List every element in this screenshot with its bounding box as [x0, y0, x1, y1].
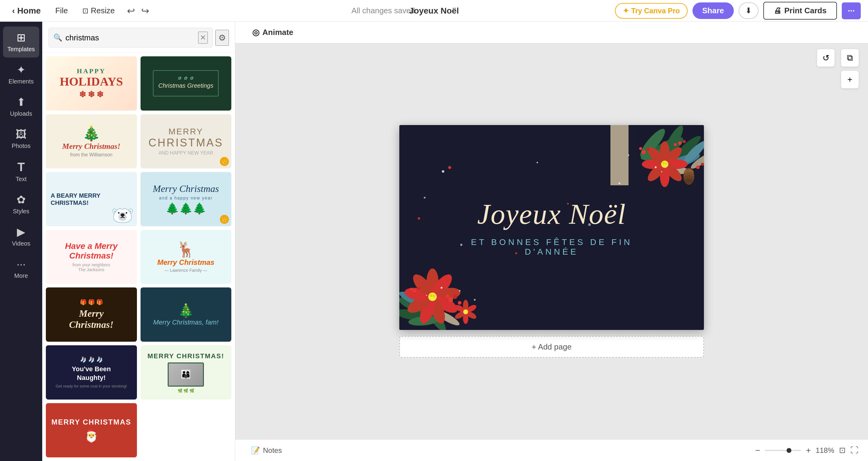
animate-icon: ◎ [252, 27, 259, 37]
template-card[interactable]: HAPPY HOLIDAYS ❄❄❄ [46, 56, 137, 110]
resize-button[interactable]: ⊡ Resize [78, 4, 119, 18]
more-options-button[interactable]: ··· [842, 2, 861, 19]
sidebar-item-more[interactable]: ··· More [3, 253, 39, 284]
card-subtitle: ET BONNES FÊTES DE FIN D'ANNÉE [471, 237, 632, 257]
add-page-label: + Add page [532, 342, 571, 352]
more-icon: ··· [848, 6, 855, 15]
template-card[interactable]: 🧦 🧦 🧦 You've BeenNaughty! Get ready for … [46, 345, 137, 399]
sidebar-item-styles[interactable]: ✿ Styles [3, 189, 39, 220]
redo-button[interactable]: ↪ [139, 3, 152, 19]
sidebar-item-styles-label: Styles [13, 208, 29, 215]
animate-button[interactable]: ◎ Animate [245, 24, 301, 41]
search-clear-button[interactable]: ✕ [198, 32, 208, 44]
resize-icon: ⊡ [82, 7, 88, 15]
copy-icon: ⧉ [847, 53, 853, 63]
canvas-area: ◎ Animate ⧉ + ↺ [235, 22, 868, 461]
notes-icon: 📝 [251, 446, 260, 455]
zoom-thumb [786, 448, 792, 453]
sidebar-item-templates-label: Templates [7, 46, 35, 53]
sidebar-item-videos-label: Videos [12, 240, 30, 247]
print-cards-label: Print Cards [784, 6, 827, 15]
refresh-icon: ↺ [823, 53, 829, 63]
topbar: ‹ Home File ⊡ Resize ↩ ↪ All changes sav… [0, 0, 868, 22]
templates-panel: 🔍 ✕ ⚙ HAPPY HOLIDAYS ❄❄❄ [42, 22, 235, 461]
zoom-level: 118% [816, 446, 834, 455]
sidebar-item-videos[interactable]: ▶ Videos [3, 221, 39, 252]
template-card[interactable]: ✿ ✿ ✿ Christmas Greetings [141, 56, 231, 110]
elements-icon: ✦ [17, 64, 26, 76]
zoom-out-button[interactable]: − [753, 443, 763, 458]
card-title: Joyeux Noël [477, 198, 626, 230]
template-card[interactable]: MERRY CHRISTMAS! 👨‍👩‍👦 🌿 🌿 🌿 [141, 345, 231, 399]
download-button[interactable]: ⬇ [739, 2, 758, 19]
template-card[interactable]: Have a Merry Christmas! from your neighb… [46, 230, 137, 284]
close-icon: ✕ [200, 33, 206, 41]
sidebar-item-text-label: Text [16, 176, 27, 183]
card-text-area: Joyeux Noël ET BONNES FÊTES DE FIN D'ANN… [399, 125, 704, 330]
pro-badge: 👑 [220, 157, 229, 166]
search-filter-button[interactable]: ⚙ [215, 30, 229, 46]
document-title: Joyeux Noël [409, 6, 459, 16]
bottom-right: − + 118% ⊡ ⛶ [753, 443, 858, 458]
fullscreen-icon: ⛶ [850, 446, 858, 455]
topbar-left: ‹ Home File ⊡ Resize ↩ ↪ [7, 3, 152, 19]
copy-design-button[interactable]: ⧉ [841, 49, 859, 67]
zoom-controls: − + 118% [753, 443, 834, 458]
sidebar-item-elements[interactable]: ✦ Elements [3, 59, 39, 90]
share-label: Share [702, 6, 724, 15]
search-bar: 🔍 ✕ ⚙ [42, 22, 235, 53]
chevron-left-icon: ‹ [12, 6, 15, 16]
filter-icon: ⚙ [218, 33, 226, 42]
notes-button[interactable]: 📝 Notes [245, 443, 288, 458]
sidebar-item-templates[interactable]: ⊞ Templates [3, 27, 39, 58]
refresh-button[interactable]: ↺ [817, 49, 835, 67]
file-button[interactable]: File [50, 4, 73, 18]
page-view-button[interactable]: ⊡ [839, 446, 846, 455]
zoom-bar[interactable] [765, 450, 801, 451]
main-content: ⊞ Templates ✦ Elements ⬆ Uploads 🖼 Photo… [0, 22, 868, 461]
topbar-center: All changes saved [157, 6, 610, 15]
pro-badge: 👑 [220, 215, 229, 224]
try-canva-pro-button[interactable]: ✦ Try Canva Pro [615, 3, 688, 19]
save-status: All changes saved [351, 6, 415, 15]
template-card[interactable]: 🎄 Merry Christmas, fam! [141, 288, 231, 342]
home-label: Home [17, 6, 41, 16]
templates-grid: HAPPY HOLIDAYS ❄❄❄ ✿ ✿ ✿ Christmas Greet… [42, 53, 235, 461]
topbar-right: ✦ Try Canva Pro Share ⬇ 🖨 Print Cards ··… [615, 2, 861, 20]
add-element-button[interactable]: + [841, 70, 859, 89]
download-icon: ⬇ [745, 6, 752, 15]
animate-label: Animate [262, 28, 293, 37]
sidebar-item-uploads-label: Uploads [10, 110, 32, 117]
templates-icon: ⊞ [17, 31, 26, 44]
star-icon: ✦ [623, 7, 629, 15]
search-input-wrap: 🔍 ✕ [48, 28, 213, 47]
share-button[interactable]: Share [692, 2, 734, 19]
videos-icon: ▶ [17, 226, 25, 238]
template-card[interactable]: 🎄 Merry Christmas! from the Williamson [46, 114, 137, 168]
undo-button[interactable]: ↩ [125, 3, 137, 19]
more-icon: ··· [17, 258, 26, 271]
template-card[interactable]: MERRY CHRISTMAS AND HAPPY NEW YEAR 👑 [141, 114, 231, 168]
template-card[interactable]: 🎁 🎁 🎁 MerryChristmas! [46, 288, 137, 342]
undo-redo-group: ↩ ↪ [125, 3, 152, 19]
sidebar-item-text[interactable]: T Text [3, 156, 39, 188]
add-page-button[interactable]: + Add page [399, 336, 704, 358]
animate-bar: ◎ Animate [235, 22, 868, 43]
home-button[interactable]: ‹ Home [7, 4, 45, 18]
sidebar-icons: ⊞ Templates ✦ Elements ⬆ Uploads 🖼 Photo… [0, 22, 42, 461]
template-card[interactable]: MERRY CHRISTMAS 🎅 [46, 403, 137, 457]
canvas-tools-right: ⧉ + [841, 49, 859, 89]
design-card[interactable]: Joyeux Noël ET BONNES FÊTES DE FIN D'ANN… [399, 125, 704, 330]
fullscreen-button[interactable]: ⛶ [850, 446, 858, 455]
sidebar-item-photos[interactable]: 🖼 Photos [3, 123, 39, 154]
styles-icon: ✿ [17, 193, 26, 206]
print-cards-button[interactable]: 🖨 Print Cards [763, 2, 837, 20]
template-card[interactable]: 🦌 Merry Christmas — Lawrence Family — [141, 230, 231, 284]
search-input[interactable] [65, 33, 195, 42]
sidebar-item-photos-label: Photos [12, 142, 30, 150]
sidebar-item-uploads[interactable]: ⬆ Uploads [3, 91, 39, 122]
template-card[interactable]: Merry Christmas and a happy new year 🌲🌲🌲… [141, 172, 231, 226]
resize-label: Resize [91, 6, 115, 15]
template-card[interactable]: 🐻‍❄️ A BEARY MERRYCHRISTMAS! [46, 172, 137, 226]
zoom-in-button[interactable]: + [803, 443, 813, 458]
